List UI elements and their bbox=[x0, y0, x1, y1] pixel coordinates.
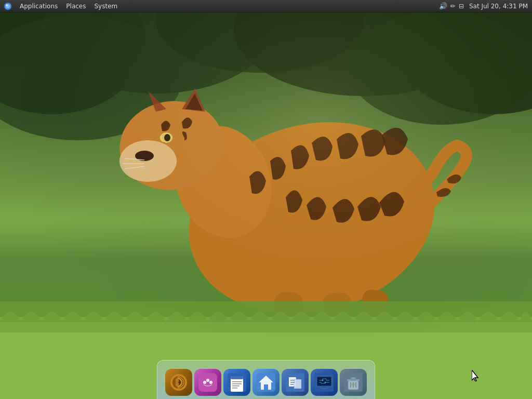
svg-point-36 bbox=[206, 379, 209, 382]
dock-item-system[interactable] bbox=[311, 369, 338, 396]
svg-rect-41 bbox=[232, 381, 242, 382]
templates-icon bbox=[282, 369, 309, 396]
battery-icon[interactable]: ⊟ bbox=[459, 3, 464, 10]
trash-icon bbox=[340, 369, 367, 396]
svg-rect-52 bbox=[290, 382, 295, 383]
gnome-logo[interactable] bbox=[2, 1, 14, 12]
system-menu[interactable]: System bbox=[90, 0, 122, 12]
svg-rect-47 bbox=[264, 384, 268, 390]
desktop: Applications Places System 🔊 ✏ ⊟ Sat Jul… bbox=[0, 0, 532, 399]
dock-item-trash[interactable] bbox=[340, 369, 367, 396]
svg-rect-56 bbox=[317, 377, 331, 385]
svg-point-35 bbox=[203, 381, 206, 384]
svg-point-37 bbox=[209, 381, 212, 384]
svg-rect-42 bbox=[232, 383, 242, 384]
writer-icon bbox=[223, 369, 250, 396]
dock-item-home[interactable] bbox=[252, 369, 280, 396]
top-panel: Applications Places System 🔊 ✏ ⊟ Sat Jul… bbox=[0, 0, 532, 12]
home-icon bbox=[252, 369, 280, 396]
panel-left: Applications Places System bbox=[0, 0, 439, 12]
svg-rect-51 bbox=[290, 380, 295, 381]
datetime-display: Sat Jul 20, 4:31 PM bbox=[469, 3, 528, 10]
svg-rect-53 bbox=[290, 384, 294, 385]
dock-item-writer[interactable] bbox=[223, 369, 250, 396]
dock-inner bbox=[157, 365, 375, 399]
wallpaper bbox=[0, 0, 532, 399]
svg-rect-60 bbox=[320, 388, 328, 389]
dock bbox=[157, 365, 375, 399]
dock-item-chat[interactable] bbox=[194, 369, 221, 396]
system-icon bbox=[311, 369, 338, 396]
svg-point-58 bbox=[325, 382, 326, 383]
applications-menu[interactable]: Applications bbox=[16, 0, 62, 12]
dock-item-speaker[interactable] bbox=[165, 369, 192, 396]
speaker-icon bbox=[165, 369, 192, 396]
svg-rect-40 bbox=[231, 376, 243, 379]
svg-rect-44 bbox=[232, 388, 237, 389]
svg-rect-26 bbox=[0, 0, 532, 399]
svg-point-29 bbox=[6, 4, 8, 6]
volume-icon[interactable]: 🔊 bbox=[439, 2, 447, 10]
chat-icon bbox=[194, 369, 221, 396]
svg-point-57 bbox=[322, 380, 324, 381]
svg-rect-50 bbox=[294, 379, 301, 389]
panel-right: 🔊 ✏ ⊟ Sat Jul 20, 4:31 PM bbox=[439, 2, 532, 10]
places-menu[interactable]: Places bbox=[62, 0, 90, 12]
dock-item-templates[interactable] bbox=[282, 369, 309, 396]
svg-rect-34 bbox=[198, 373, 217, 392]
pencil-icon[interactable]: ✏ bbox=[450, 3, 456, 10]
svg-rect-43 bbox=[232, 385, 240, 387]
svg-rect-64 bbox=[351, 377, 356, 380]
